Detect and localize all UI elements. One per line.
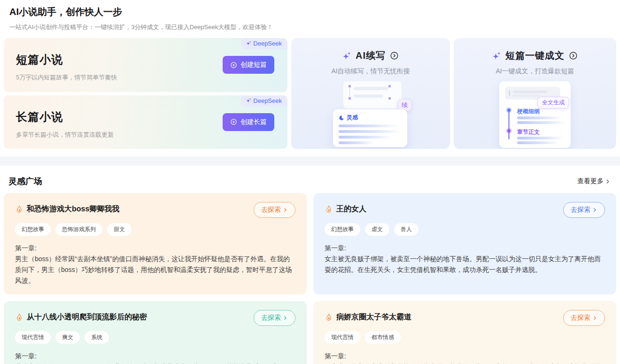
inspiration-grid: 和恐怖游戏大boss卿卿我我 去探索 幻想故事 恐怖游戏系列 甜文 第一章: 男… [4, 193, 616, 364]
explore-button[interactable]: 去探索 [563, 310, 605, 326]
chevron-right-icon [592, 207, 597, 213]
inspiration-card: 从十八线小透明爬到顶流影后的秘密 去探索 现代言情 爽文 系统 第一章: 我体内… [4, 301, 307, 364]
long-novel-card: DeepSeek 长篇小说 多章节长篇小说，情节连贯连载更新 创建长篇 [4, 95, 287, 149]
flame-icon [15, 313, 23, 322]
inspiration-card: 病娇京圈太子爷太霸道 去探索 现代言情 都市情感 第一章: 晚宴上，女主原本应付… [313, 301, 616, 364]
inspiration-panel: 灵感 [333, 109, 407, 147]
one-key-card[interactable]: 短篇一键成文 AI一键成文，打造爆款短篇 全文生成 梗概细纲 章节正文 [454, 38, 616, 149]
inspiration-card-title: 从十八线小透明爬到顶流影后的秘密 [27, 312, 147, 322]
chapter-text: 我体内有个老男人灵魂，男配一教我男性思维，帮助我成为顶流。男配一总说让我踩男人上… [15, 362, 295, 364]
tag-list: 幻想故事 虐文 兽人 [325, 223, 605, 236]
tag-list: 现代言情 爽文 系统 [15, 331, 295, 344]
one-key-desc: AI一键成文，打造爆款短篇 [454, 67, 616, 76]
deepseek-badge: DeepSeek [241, 95, 287, 107]
deepseek-badge-label: DeepSeek [253, 97, 282, 104]
tag-list: 现代言情 都市情感 [325, 331, 605, 344]
create-long-button[interactable]: 创建长篇 [223, 113, 274, 131]
selection-card [343, 81, 402, 108]
ai-continue-desc: AI自动续写，情节无忧衔接 [291, 67, 450, 76]
story-preview: 第一章: 晚宴上，女主原本应付着家族的相亲安排，却意外卷入了男主与女配一之间的冲… [325, 351, 605, 364]
flame-icon [325, 313, 333, 322]
story-preview: 第一章: 男主（boss）经常因“去副本坐镇”的借口而神秘消失，这让我开始怀疑他… [15, 243, 295, 286]
page-title: AI小说助手，创作快人一步 [9, 6, 611, 18]
flame-icon [15, 205, 23, 214]
create-long-label: 创建长篇 [240, 118, 267, 126]
step-dot-chapter [506, 128, 512, 134]
inspiration-card: 和恐怖游戏大boss卿卿我我 去探索 幻想故事 恐怖游戏系列 甜文 第一章: 男… [4, 193, 307, 294]
tag: 兽人 [394, 223, 418, 236]
plus-circle-icon [230, 118, 237, 125]
sparkle-icon [246, 98, 252, 104]
tag: 现代言情 [325, 331, 360, 344]
crescent-moon-icon [339, 115, 344, 121]
page-subtitle: 一站式AI小说创作与投稿平台：一键续润扩，3分钟成文，现已接入DeepSeek大… [9, 23, 611, 31]
chevron-right-icon [282, 315, 288, 321]
tag: 甜文 [107, 223, 132, 236]
chapter-label: 第一章: [325, 243, 605, 254]
flame-icon [325, 205, 333, 214]
short-novel-card: DeepSeek 短篇小说 5万字以内短篇故事，情节简单节奏快 创建短篇 [4, 38, 287, 92]
step-dot-outline [506, 107, 512, 113]
short-novel-desc: 5万字以内短篇故事，情节简单节奏快 [16, 73, 275, 82]
ai-continue-title: AI续写 [356, 49, 386, 62]
view-more-label: 查看更多 [577, 177, 604, 186]
ai-continue-card[interactable]: AI续写 AI自动续写，情节无忧衔接 续 灵感 [291, 38, 450, 149]
inspiration-panel-label: 灵感 [347, 114, 358, 122]
ai-continue-illustration: 续 灵感 [333, 81, 408, 148]
inspiration-card-title: 和恐怖游戏大boss卿卿我我 [27, 204, 119, 214]
one-key-title-row: 短篇一键成文 [454, 49, 616, 62]
tag: 幻想故事 [325, 223, 360, 236]
full-text-badge: 全文生成 [537, 97, 569, 108]
tag: 现代言情 [15, 331, 51, 344]
section-divider [0, 156, 620, 166]
tag: 恐怖游戏系列 [55, 223, 102, 236]
explore-button[interactable]: 去探索 [254, 310, 295, 326]
explore-button[interactable]: 去探索 [563, 202, 605, 218]
chapter-label: 第一章: [325, 351, 605, 362]
chapter-text: 女主被无良贩子绑架，被卖至一个神秘的地下兽场。男配一误以为这一切只是女主为了离开… [325, 254, 605, 275]
novel-create-column: DeepSeek 短篇小说 5万字以内短篇故事，情节简单节奏快 创建短篇 Dee… [4, 38, 287, 149]
inspiration-card: 王的女人 去探索 幻想故事 虐文 兽人 第一章: 女主被无良贩子绑架，被卖至一个… [313, 193, 616, 294]
inspiration-title: 灵感广场 [8, 176, 42, 187]
plus-circle-icon [230, 62, 237, 69]
sparkle-icon [246, 40, 252, 46]
long-novel-desc: 多章节长篇小说，情节连贯连载更新 [16, 131, 275, 139]
tag-list: 幻想故事 恐怖游戏系列 甜文 [15, 223, 295, 236]
arrow-circle-icon[interactable] [569, 51, 578, 60]
tag: 幻想故事 [15, 223, 51, 236]
step-outline-label: 梗概细纲 [517, 108, 540, 116]
chapter-label: 第一章: [15, 243, 295, 254]
chapter-text: 晚宴上，女主原本应付着家族的相亲安排，却意外卷入了男主与女配一之间的冲突。这场意… [325, 362, 605, 364]
story-preview: 第一章: 我体内有个老男人灵魂，男配一教我男性思维，帮助我成为顶流。男配一总说让… [15, 351, 295, 364]
story-preview: 第一章: 女主被无良贩子绑架，被卖至一个神秘的地下兽场。男配一误以为这一切只是女… [325, 243, 605, 275]
create-short-button[interactable]: 创建短篇 [223, 56, 274, 74]
explore-button[interactable]: 去探索 [254, 202, 295, 218]
chapter-label: 第一章: [15, 351, 295, 362]
tag: 都市情感 [365, 331, 401, 344]
create-short-label: 创建短篇 [240, 61, 267, 69]
inspiration-card-title: 病娇京圈太子爷太霸道 [336, 312, 411, 322]
arrow-circle-icon[interactable] [390, 51, 399, 60]
tag: 爽文 [55, 331, 80, 344]
view-more-link[interactable]: 查看更多 [577, 177, 611, 186]
chevron-right-icon [604, 178, 611, 185]
inspiration-card-title: 王的女人 [336, 204, 366, 214]
inspiration-header: 灵感广场 查看更多 [8, 176, 611, 187]
step-chapter-label: 章节正文 [517, 128, 540, 136]
ai-continue-title-row: AI续写 [291, 49, 450, 62]
deepseek-badge: DeepSeek [241, 38, 287, 49]
ai-novel-assistant-page: AI小说助手，创作快人一步 一站式AI小说创作与投稿平台：一键续润扩，3分钟成文… [0, 0, 620, 364]
sparkle-icon [342, 51, 351, 60]
tag: 系统 [85, 331, 109, 344]
tag: 虐文 [365, 223, 389, 236]
chapter-text: 男主（boss）经常因“去副本坐镇”的借口而神秘消失，这让我开始怀疑他是否有了外… [15, 254, 295, 286]
one-key-title: 短篇一键成文 [505, 49, 565, 62]
sparkle-icon [492, 51, 501, 60]
one-key-illustration: 全文生成 梗概细纲 章节正文 [499, 81, 571, 148]
hero-section: DeepSeek 短篇小说 5万字以内短篇故事，情节简单节奏快 创建短篇 Dee… [4, 38, 616, 149]
deepseek-badge-label: DeepSeek [253, 40, 282, 47]
page-header: AI小说助手，创作快人一步 一站式AI小说创作与投稿平台：一键续润扩，3分钟成文… [0, 0, 620, 31]
chevron-right-icon [592, 315, 597, 321]
chevron-right-icon [282, 207, 288, 213]
